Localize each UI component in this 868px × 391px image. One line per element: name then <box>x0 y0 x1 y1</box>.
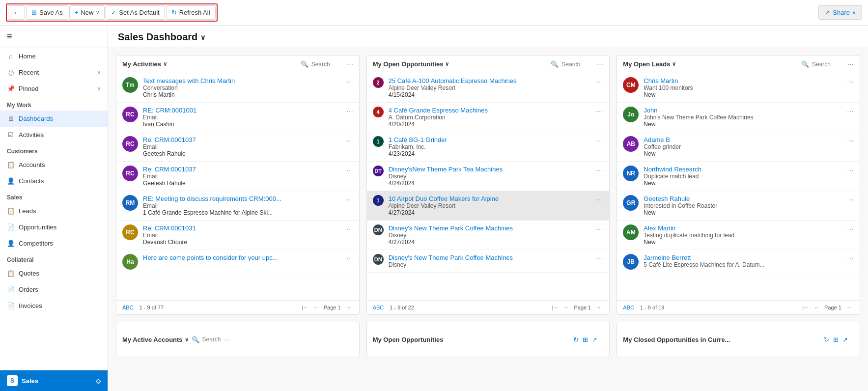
item-more-icon[interactable]: ⋯ <box>847 254 854 263</box>
sidebar-item-contacts[interactable]: 👤 Contacts <box>0 173 108 189</box>
active-accounts-more-icon[interactable]: ⋯ <box>224 336 230 343</box>
lead-list-item[interactable]: Jo John John's New Theme Park Coffee Mac… <box>617 103 860 132</box>
opportunity-list-item[interactable]: 2 25 Café A-100 Automatic Espresso Machi… <box>367 73 610 103</box>
item-more-icon[interactable]: ⋯ <box>847 224 854 233</box>
opportunities-first-page-icon[interactable]: |← <box>550 304 561 311</box>
opportunities-chevron-icon[interactable]: ∨ <box>445 61 449 67</box>
item-more-icon[interactable]: ⋯ <box>346 166 353 174</box>
item-content: Disney's New Theme Park Coffee Machines … <box>389 254 592 268</box>
lead-list-item[interactable]: NR Northwind Research Duplicate match le… <box>617 162 860 191</box>
sidebar-item-opportunities[interactable]: 📄 Opportunities <box>0 219 108 235</box>
refresh-card-icon[interactable]: ↻ <box>573 336 579 343</box>
item-more-icon[interactable]: ⋯ <box>346 195 353 204</box>
sidebar-item-dashboards[interactable]: ⊞ Dashboards <box>0 111 108 127</box>
new-button[interactable]: + New ∨ <box>69 5 105 20</box>
sidebar-item-home[interactable]: ⌂ Home <box>0 48 108 64</box>
leads-prev-page-icon[interactable]: ← <box>812 304 821 311</box>
leads-more-icon[interactable]: ⋯ <box>847 60 854 68</box>
hamburger-button[interactable]: ≡ <box>7 31 12 42</box>
save-as-button[interactable]: ⊞ Save As <box>26 5 68 20</box>
activities-list-item[interactable]: RC RE: CRM:0001001 Email Ivan Cashin ⋯ <box>116 103 359 132</box>
item-more-icon[interactable]: ⋯ <box>596 166 603 174</box>
activities-chevron-icon[interactable]: ∨ <box>163 61 167 67</box>
opportunity-list-item[interactable]: 1 1 Café BG-1 Grinder Fabrikam, Inc. 4/2… <box>367 132 610 162</box>
item-more-icon[interactable]: ⋯ <box>847 195 854 204</box>
leads-chevron-icon[interactable]: ∨ <box>672 61 676 67</box>
activities-list-item[interactable]: Tm Text messages with Chris Martin Conve… <box>116 73 359 103</box>
closed-opps-expand-icon[interactable]: ⊞ <box>833 336 839 343</box>
item-more-icon[interactable]: ⋯ <box>596 195 603 204</box>
opportunities-prev-page-icon[interactable]: ← <box>561 304 571 311</box>
lead-list-item[interactable]: AM Alex Martin Testing duplicate matchin… <box>617 221 860 250</box>
closed-opps-external-icon[interactable]: ↗ <box>842 336 848 343</box>
leads-first-page-icon[interactable]: |← <box>800 304 811 311</box>
content-area: Sales Dashboard ∨ My Activities ∨ 🔍 ⋯ <box>108 26 868 391</box>
lead-list-item[interactable]: AB Adame B Coffee grinder New ⋯ <box>617 132 860 162</box>
opportunity-list-item[interactable]: 1 10 Airpot Duo Coffee Makers for Alpine… <box>367 191 610 221</box>
active-accounts-chevron-icon[interactable]: ∨ <box>185 336 189 343</box>
opportunities-search-input[interactable] <box>561 61 591 68</box>
app-bar-item[interactable]: S Sales ◇ <box>0 370 108 391</box>
item-more-icon[interactable]: ⋯ <box>847 107 854 115</box>
activities-list-item[interactable]: RM RE: Meeting to discuss requirements C… <box>116 191 359 221</box>
item-more-icon[interactable]: ⋯ <box>596 107 603 115</box>
lead-list-item[interactable]: CM Chris Martin Want 100 monitors New ⋯ <box>617 73 860 103</box>
activities-list-item[interactable]: RC Re: CRM:0001031 Email Devansh Choure … <box>116 221 359 250</box>
item-desc: Want 100 monitors <box>644 84 842 91</box>
sidebar-item-recent[interactable]: ◷ Recent ∨ <box>0 64 108 81</box>
leads-abc-link[interactable]: ABC <box>623 305 634 310</box>
activities-list-item[interactable]: RC Re: CRM:0001037 Email Geetesh Rahule … <box>116 162 359 191</box>
item-more-icon[interactable]: ⋯ <box>596 224 603 233</box>
activities-next-page-icon[interactable]: → <box>344 304 353 311</box>
activities-more-icon[interactable]: ⋯ <box>347 60 353 68</box>
opportunity-list-item[interactable]: 4 4 Café Grande Espresso Machines A. Dat… <box>367 103 610 132</box>
item-sub: Alpine Deer Valley Resort <box>389 202 592 209</box>
sidebar-item-quotes[interactable]: 📋 Quotes <box>0 265 108 281</box>
opportunity-list-item[interactable]: DN Disney's New Theme Park Coffee Machin… <box>367 250 610 273</box>
item-more-icon[interactable]: ⋯ <box>346 107 353 115</box>
item-more-icon[interactable]: ⋯ <box>847 77 854 86</box>
lead-list-item[interactable]: GR Geetesh Rahule Interested in Coffee R… <box>617 191 860 221</box>
set-default-button[interactable]: ✓ Set As Default <box>106 5 165 20</box>
item-more-icon[interactable]: ⋯ <box>346 254 353 263</box>
external-link-card-icon[interactable]: ↗ <box>592 336 597 343</box>
sidebar-item-accounts[interactable]: 📋 Accounts <box>0 157 108 173</box>
sidebar-item-leads[interactable]: 📋 Leads <box>0 203 108 219</box>
sidebar-item-activities[interactable]: ☑ Activities <box>0 127 108 143</box>
activities-search-input[interactable] <box>311 61 341 68</box>
activities-abc-link[interactable]: ABC <box>122 305 134 310</box>
sidebar-item-orders[interactable]: 📄 Orders <box>0 281 108 298</box>
item-more-icon[interactable]: ⋯ <box>596 254 603 263</box>
closed-opps-refresh-icon[interactable]: ↻ <box>824 336 829 343</box>
leads-search-input[interactable] <box>812 61 841 68</box>
opportunities-abc-link[interactable]: ABC <box>373 305 384 310</box>
dashboard-chevron-icon[interactable]: ∨ <box>200 33 205 41</box>
item-more-icon[interactable]: ⋯ <box>847 136 854 145</box>
opportunity-list-item[interactable]: DN Disney's New Theme Park Coffee Machin… <box>367 221 610 250</box>
sidebar-item-invoices[interactable]: 📄 Invoices <box>0 298 108 314</box>
opportunities-more-icon[interactable]: ⋯ <box>597 60 603 68</box>
refresh-button[interactable]: ↻ Refresh All <box>166 5 216 20</box>
back-icon: ← <box>13 9 20 16</box>
opportunity-list-item[interactable]: DT Disney'sNew Theme Park Tea Machines D… <box>367 162 610 191</box>
activities-prev-page-icon[interactable]: ← <box>311 304 321 311</box>
lead-list-item[interactable]: JB Jarmeine Berrett 5 Café Lite Espresso… <box>617 250 860 274</box>
back-button[interactable]: ← <box>8 5 25 20</box>
share-button[interactable]: ↗ Share ∨ <box>818 5 862 20</box>
expand-card-icon[interactable]: ⊞ <box>583 336 588 343</box>
item-more-icon[interactable]: ⋯ <box>596 77 603 86</box>
sales-section-label: Sales <box>0 189 108 203</box>
opportunities-next-page-icon[interactable]: → <box>594 304 603 311</box>
sidebar-item-competitors[interactable]: 👤 Competitors <box>0 235 108 251</box>
item-more-icon[interactable]: ⋯ <box>596 136 603 145</box>
activities-list-item[interactable]: Ha Here are some points to consider for … <box>116 250 359 274</box>
item-more-icon[interactable]: ⋯ <box>346 224 353 233</box>
activities-list-item[interactable]: RC Re: CRM:0001037 Email Geetesh Rahule … <box>116 132 359 162</box>
leads-next-page-icon[interactable]: → <box>844 304 854 311</box>
item-more-icon[interactable]: ⋯ <box>346 77 353 86</box>
item-date: 4/20/2024 <box>389 121 592 128</box>
item-more-icon[interactable]: ⋯ <box>346 136 353 145</box>
sidebar-item-pinned[interactable]: 📌 Pinned ∨ <box>0 81 108 97</box>
item-more-icon[interactable]: ⋯ <box>847 166 854 174</box>
activities-first-page-icon[interactable]: |← <box>300 304 310 311</box>
